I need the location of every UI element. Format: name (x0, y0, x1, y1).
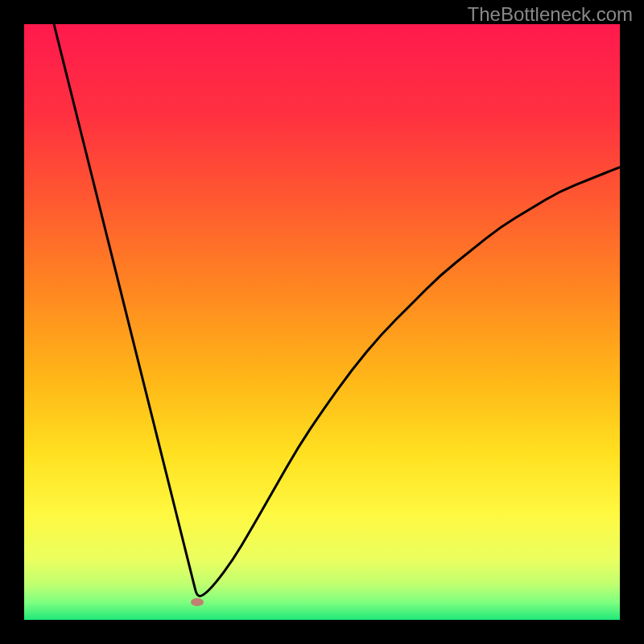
watermark-text: TheBottleneck.com (468, 3, 633, 26)
bottleneck-curve-line (54, 24, 620, 596)
curve-plot (24, 24, 620, 620)
plot-area (24, 24, 620, 620)
optimal-point-marker (191, 598, 204, 606)
chart-container: TheBottleneck.com (0, 0, 644, 644)
